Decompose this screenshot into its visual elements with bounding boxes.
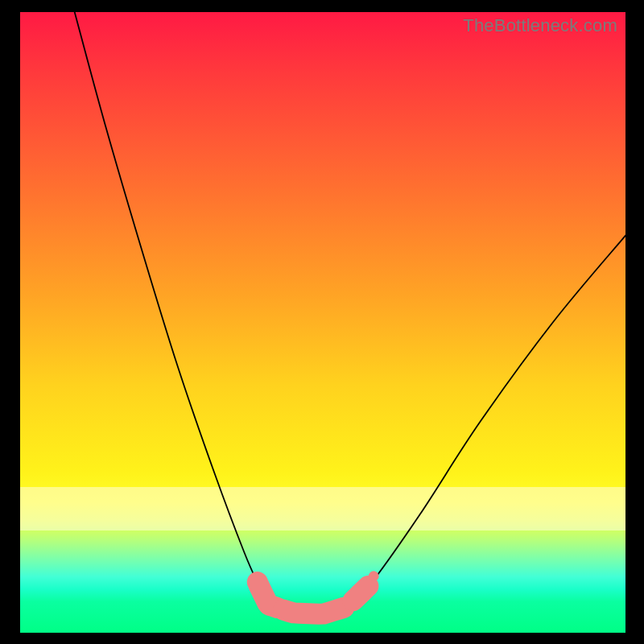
segment-pill: [353, 586, 369, 601]
segment-pill: [283, 608, 344, 614]
segment-dot: [369, 572, 378, 581]
highlight-segments: [258, 572, 378, 614]
plot-area: TheBottleneck.com: [20, 12, 625, 633]
segment-pill: [258, 582, 278, 608]
bottleneck-curve: [75, 12, 625, 615]
curve-svg: [20, 12, 625, 633]
